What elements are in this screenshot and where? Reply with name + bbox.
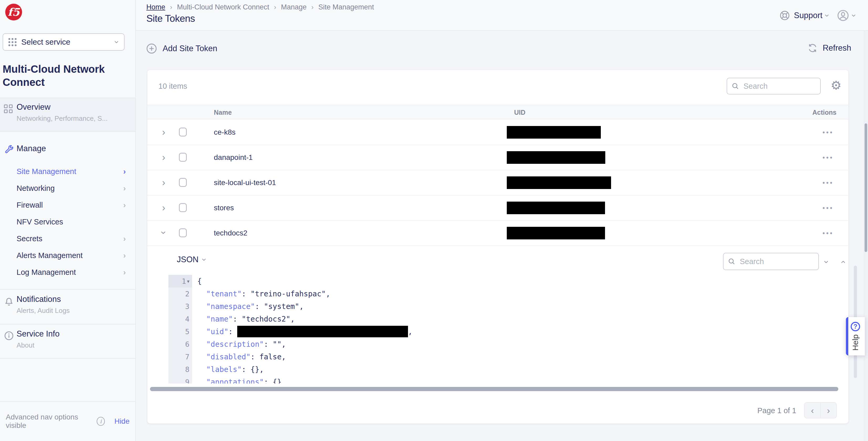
code-text: "tenant": "treino-ufahspac",: [192, 287, 330, 300]
column-header-name[interactable]: Name: [214, 109, 232, 116]
account-menu[interactable]: ›: [837, 9, 856, 22]
hide-nav-link[interactable]: Hide: [114, 417, 129, 426]
help-question-icon: ?: [851, 322, 860, 331]
app-root: f5 Select service › Multi-Cloud Network …: [0, 0, 868, 441]
row-actions-menu-button[interactable]: •••: [823, 179, 834, 187]
line-number-gutter[interactable]: 8: [168, 363, 192, 376]
row-expander-chevron-icon[interactable]: ›: [162, 128, 165, 137]
table-row[interactable]: › stores •••: [147, 196, 848, 221]
refresh-icon: [807, 43, 818, 53]
expanded-row-detail: JSON › › › 1▾ { 2 "tenant": "treino-ufah…: [147, 246, 848, 386]
toolbar: Add Site Token Refresh: [136, 31, 868, 70]
row-uid-redacted: [507, 202, 605, 214]
chevron-right-icon: ›: [123, 268, 126, 277]
line-number-gutter[interactable]: 2: [168, 287, 192, 300]
row-actions-menu-button[interactable]: •••: [823, 128, 834, 136]
find-prev-chevron-icon[interactable]: ›: [838, 261, 846, 263]
f5-logo[interactable]: f5: [5, 4, 22, 21]
overview-label: Overview: [17, 102, 51, 112]
advanced-nav-label: Advanced nav options visible: [6, 413, 92, 430]
json-code-line: 5 "uid": ,: [168, 325, 838, 338]
line-number-gutter[interactable]: 7: [168, 350, 192, 363]
row-expander-chevron-icon[interactable]: ›: [159, 231, 168, 234]
main-area: Home›Multi-Cloud Network Connect›Manage›…: [136, 0, 868, 441]
line-number: 9: [185, 378, 189, 384]
lifebuoy-icon: [779, 10, 790, 21]
table-row[interactable]: › danapoint-1 •••: [147, 145, 848, 170]
chevron-right-icon: ›: [123, 184, 126, 193]
row-checkbox[interactable]: [179, 178, 187, 187]
json-code-line: 6 "description": "",: [168, 338, 838, 350]
select-service-dropdown[interactable]: Select service ›: [3, 33, 125, 50]
json-search-input[interactable]: [739, 257, 814, 266]
line-number: 1: [182, 277, 186, 285]
manage-subitems: Site Management › Networking › Firewall …: [0, 163, 135, 281]
horizontal-scrollbar[interactable]: [150, 387, 838, 391]
line-number: 6: [185, 340, 189, 348]
json-code-line: 2 "tenant": "treino-ufahspac",: [168, 287, 838, 300]
sidebar-subitem-log-management[interactable]: Log Management ›: [0, 264, 135, 281]
row-name: stores: [214, 204, 234, 212]
notifications-label: Notifications: [17, 295, 61, 304]
sidebar-item-overview[interactable]: Overview Networking, Performance, S...: [0, 98, 135, 132]
gear-icon[interactable]: ⚙: [831, 79, 841, 91]
row-checkbox[interactable]: [179, 153, 187, 162]
add-site-token-button[interactable]: Add Site Token: [146, 43, 217, 54]
line-number-gutter[interactable]: 3: [168, 300, 192, 313]
table-row[interactable]: › ce-k8s •••: [147, 120, 848, 145]
sidebar-item-manage[interactable]: Manage: [0, 141, 135, 158]
row-actions-menu-button[interactable]: •••: [823, 229, 834, 237]
refresh-button[interactable]: Refresh: [807, 43, 851, 53]
sidebar-subitem-nfv-services[interactable]: NFV Services ›: [0, 213, 135, 230]
row-actions-menu-button[interactable]: •••: [823, 154, 834, 162]
prev-page-button[interactable]: ‹: [805, 403, 820, 418]
column-header-uid[interactable]: UID: [514, 109, 525, 116]
line-number-gutter[interactable]: 1▾: [168, 275, 192, 287]
info-icon[interactable]: i: [97, 417, 105, 426]
breadcrumb-separator-icon: ›: [170, 3, 172, 11]
row-expander-chevron-icon[interactable]: ›: [162, 153, 165, 162]
json-code-line: 7 "disabled": false,: [168, 350, 838, 363]
column-header-actions: Actions: [812, 109, 836, 116]
support-menu[interactable]: Support ›: [779, 10, 829, 21]
table-row[interactable]: › techdocs2 •••: [147, 221, 848, 246]
pagination-controls: ‹ ›: [804, 402, 837, 418]
line-number: 3: [185, 302, 189, 310]
sidebar-subitem-alerts-management[interactable]: Alerts Management ›: [0, 247, 135, 264]
chevron-down-icon: ›: [850, 14, 859, 17]
help-tab[interactable]: ? Help: [846, 317, 865, 355]
table-row[interactable]: › site-local-ui-test-01 •••: [147, 170, 848, 196]
row-checkbox[interactable]: [179, 128, 187, 136]
line-number-gutter[interactable]: 5: [168, 325, 192, 338]
line-number-gutter[interactable]: 4: [168, 313, 192, 325]
sidebar-subitem-firewall[interactable]: Firewall ›: [0, 197, 135, 213]
sidebar-item-service-info[interactable]: Service Info About: [0, 324, 135, 359]
sidebar-subitem-site-management[interactable]: Site Management ›: [0, 163, 135, 180]
sidebar-subitem-secrets[interactable]: Secrets ›: [0, 230, 135, 247]
sidebar-subitem-networking[interactable]: Networking ›: [0, 180, 135, 197]
notifications-subtitle: Alerts, Audit Logs: [17, 307, 70, 315]
row-uid-redacted: [507, 227, 605, 239]
find-next-chevron-icon[interactable]: ›: [822, 261, 831, 263]
line-number-gutter[interactable]: 6: [168, 338, 192, 350]
chevron-right-icon: ›: [123, 251, 126, 260]
search-input[interactable]: [743, 82, 816, 91]
service-info-label: Service Info: [17, 329, 60, 339]
row-checkbox[interactable]: [179, 228, 187, 237]
table-body: › ce-k8s ••• › danapoint-1 ••• › site-lo…: [147, 120, 848, 246]
format-dropdown[interactable]: JSON ›: [177, 255, 206, 264]
page-scrollbar-thumb[interactable]: [865, 123, 867, 252]
sidebar-item-notifications[interactable]: Notifications Alerts, Audit Logs: [0, 289, 135, 324]
row-checkbox[interactable]: [179, 203, 187, 212]
row-expander-chevron-icon[interactable]: ›: [162, 178, 165, 188]
next-page-button[interactable]: ›: [820, 403, 836, 418]
row-actions-menu-button[interactable]: •••: [823, 204, 834, 212]
site-tokens-card: 10 items ⚙ Name UID Actions › ce-k8s •••…: [147, 70, 848, 424]
breadcrumb-home-link[interactable]: Home: [146, 3, 165, 11]
json-code-viewer[interactable]: 1▾ { 2 "tenant": "treino-ufahspac", 3 "n…: [168, 275, 838, 383]
line-number-gutter[interactable]: 9: [168, 376, 192, 383]
fold-marker-icon[interactable]: ▾: [187, 278, 189, 284]
page-title: Site Tokens: [146, 13, 195, 24]
table-search: [727, 78, 821, 95]
row-expander-chevron-icon[interactable]: ›: [162, 203, 165, 213]
